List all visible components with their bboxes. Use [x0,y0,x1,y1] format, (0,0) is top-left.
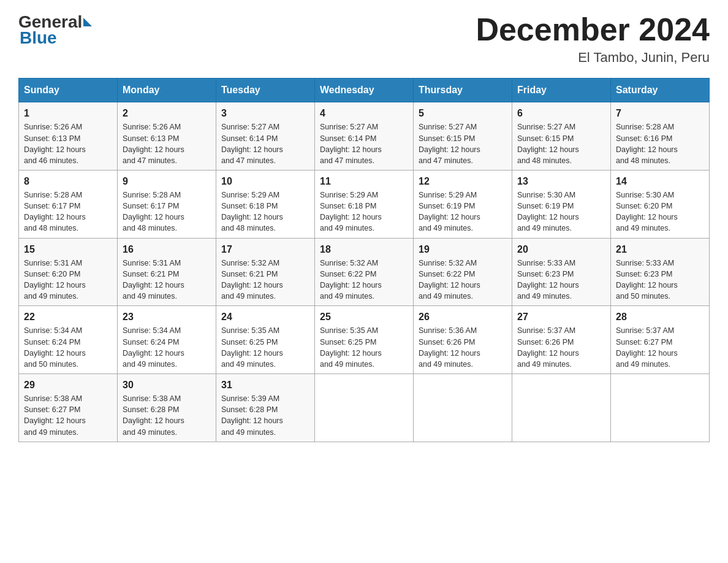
calendar-cell: 30Sunrise: 5:38 AMSunset: 6:28 PMDayligh… [118,373,216,442]
day-number: 16 [123,242,211,256]
day-info: Sunrise: 5:29 AMSunset: 6:18 PMDaylight:… [221,190,309,234]
calendar-cell: 18Sunrise: 5:32 AMSunset: 6:22 PMDayligh… [315,238,414,306]
col-saturday: Saturday [611,79,710,102]
day-info: Sunrise: 5:38 AMSunset: 6:27 PMDaylight:… [24,393,112,438]
calendar-week-row: 29Sunrise: 5:38 AMSunset: 6:27 PMDayligh… [19,373,710,442]
logo-arrow-icon [83,18,92,26]
day-number: 14 [616,174,704,188]
calendar-cell: 20Sunrise: 5:33 AMSunset: 6:23 PMDayligh… [512,238,611,306]
calendar-cell: 21Sunrise: 5:33 AMSunset: 6:23 PMDayligh… [611,238,710,306]
calendar-cell: 14Sunrise: 5:30 AMSunset: 6:20 PMDayligh… [611,170,710,238]
calendar-cell: 5Sunrise: 5:27 AMSunset: 6:15 PMDaylight… [414,102,512,170]
day-info: Sunrise: 5:28 AMSunset: 6:17 PMDaylight:… [24,190,112,234]
day-number: 8 [24,174,112,188]
calendar-cell [611,373,710,442]
col-monday: Monday [118,79,216,102]
calendar-cell: 3Sunrise: 5:27 AMSunset: 6:14 PMDaylight… [216,102,315,170]
day-info: Sunrise: 5:27 AMSunset: 6:15 PMDaylight:… [419,121,507,166]
day-number: 17 [221,242,309,256]
day-info: Sunrise: 5:27 AMSunset: 6:14 PMDaylight:… [221,121,309,166]
calendar-cell: 31Sunrise: 5:39 AMSunset: 6:28 PMDayligh… [216,373,315,442]
calendar-cell: 2Sunrise: 5:26 AMSunset: 6:13 PMDaylight… [118,102,216,170]
day-info: Sunrise: 5:27 AMSunset: 6:15 PMDaylight:… [517,121,605,166]
day-number: 18 [320,242,408,256]
day-info: Sunrise: 5:29 AMSunset: 6:19 PMDaylight:… [419,190,507,234]
day-number: 1 [24,106,112,120]
day-number: 26 [419,310,507,324]
day-number: 6 [517,106,605,120]
col-wednesday: Wednesday [315,79,414,102]
calendar-cell: 11Sunrise: 5:29 AMSunset: 6:18 PMDayligh… [315,170,414,238]
calendar-cell: 23Sunrise: 5:34 AMSunset: 6:24 PMDayligh… [118,306,216,374]
day-info: Sunrise: 5:39 AMSunset: 6:28 PMDaylight:… [221,393,309,438]
day-number: 13 [517,174,605,188]
calendar-week-row: 1Sunrise: 5:26 AMSunset: 6:13 PMDaylight… [19,102,710,170]
day-number: 2 [123,106,211,120]
calendar-cell [512,373,611,442]
day-number: 3 [221,106,309,120]
calendar-cell: 4Sunrise: 5:27 AMSunset: 6:14 PMDaylight… [315,102,414,170]
day-number: 9 [123,174,211,188]
day-info: Sunrise: 5:34 AMSunset: 6:24 PMDaylight:… [123,325,211,370]
calendar-cell: 19Sunrise: 5:32 AMSunset: 6:22 PMDayligh… [414,238,512,306]
day-info: Sunrise: 5:33 AMSunset: 6:23 PMDaylight:… [616,258,704,302]
day-number: 22 [24,310,112,324]
day-number: 7 [616,106,704,120]
day-number: 5 [419,106,507,120]
day-info: Sunrise: 5:28 AMSunset: 6:16 PMDaylight:… [616,121,704,166]
calendar-header: Sunday Monday Tuesday Wednesday Thursday… [19,79,710,102]
day-number: 10 [221,174,309,188]
day-number: 21 [616,242,704,256]
day-info: Sunrise: 5:35 AMSunset: 6:25 PMDaylight:… [320,325,408,370]
day-number: 12 [419,174,507,188]
calendar-table: Sunday Monday Tuesday Wednesday Thursday… [18,78,710,442]
day-info: Sunrise: 5:27 AMSunset: 6:14 PMDaylight:… [320,121,408,166]
calendar-cell: 9Sunrise: 5:28 AMSunset: 6:17 PMDaylight… [118,170,216,238]
col-sunday: Sunday [19,79,118,102]
col-friday: Friday [512,79,611,102]
day-info: Sunrise: 5:31 AMSunset: 6:20 PMDaylight:… [24,258,112,302]
calendar-cell: 22Sunrise: 5:34 AMSunset: 6:24 PMDayligh… [19,306,118,374]
day-info: Sunrise: 5:30 AMSunset: 6:19 PMDaylight:… [517,190,605,234]
day-info: Sunrise: 5:34 AMSunset: 6:24 PMDaylight:… [24,325,112,370]
day-info: Sunrise: 5:26 AMSunset: 6:13 PMDaylight:… [123,121,211,166]
day-info: Sunrise: 5:31 AMSunset: 6:21 PMDaylight:… [123,258,211,302]
calendar-cell: 28Sunrise: 5:37 AMSunset: 6:27 PMDayligh… [611,306,710,374]
calendar-week-row: 15Sunrise: 5:31 AMSunset: 6:20 PMDayligh… [19,238,710,306]
title-area: December 2024 El Tambo, Junin, Peru [476,12,710,66]
location-text: El Tambo, Junin, Peru [476,50,710,66]
day-number: 15 [24,242,112,256]
day-info: Sunrise: 5:32 AMSunset: 6:21 PMDaylight:… [221,258,309,302]
day-number: 31 [221,378,309,392]
day-info: Sunrise: 5:38 AMSunset: 6:28 PMDaylight:… [123,393,211,438]
calendar-cell: 8Sunrise: 5:28 AMSunset: 6:17 PMDaylight… [19,170,118,238]
day-info: Sunrise: 5:33 AMSunset: 6:23 PMDaylight:… [517,258,605,302]
day-info: Sunrise: 5:35 AMSunset: 6:25 PMDaylight:… [221,325,309,370]
col-thursday: Thursday [414,79,512,102]
calendar-week-row: 22Sunrise: 5:34 AMSunset: 6:24 PMDayligh… [19,306,710,374]
day-number: 29 [24,378,112,392]
calendar-cell: 17Sunrise: 5:32 AMSunset: 6:21 PMDayligh… [216,238,315,306]
calendar-body: 1Sunrise: 5:26 AMSunset: 6:13 PMDaylight… [19,102,710,442]
calendar-cell [315,373,414,442]
calendar-cell: 13Sunrise: 5:30 AMSunset: 6:19 PMDayligh… [512,170,611,238]
day-info: Sunrise: 5:30 AMSunset: 6:20 PMDaylight:… [616,190,704,234]
month-title: December 2024 [476,12,710,47]
day-number: 24 [221,310,309,324]
calendar-cell: 27Sunrise: 5:37 AMSunset: 6:26 PMDayligh… [512,306,611,374]
calendar-cell: 29Sunrise: 5:38 AMSunset: 6:27 PMDayligh… [19,373,118,442]
day-info: Sunrise: 5:37 AMSunset: 6:27 PMDaylight:… [616,325,704,370]
day-info: Sunrise: 5:29 AMSunset: 6:18 PMDaylight:… [320,190,408,234]
day-number: 23 [123,310,211,324]
calendar-cell: 10Sunrise: 5:29 AMSunset: 6:18 PMDayligh… [216,170,315,238]
day-number: 25 [320,310,408,324]
logo: General Blue [18,12,93,48]
calendar-cell: 1Sunrise: 5:26 AMSunset: 6:13 PMDaylight… [19,102,118,170]
calendar-cell: 6Sunrise: 5:27 AMSunset: 6:15 PMDaylight… [512,102,611,170]
logo-blue-text: Blue [20,28,57,48]
day-number: 28 [616,310,704,324]
day-info: Sunrise: 5:37 AMSunset: 6:26 PMDaylight:… [517,325,605,370]
calendar-cell: 25Sunrise: 5:35 AMSunset: 6:25 PMDayligh… [315,306,414,374]
day-number: 20 [517,242,605,256]
day-number: 4 [320,106,408,120]
